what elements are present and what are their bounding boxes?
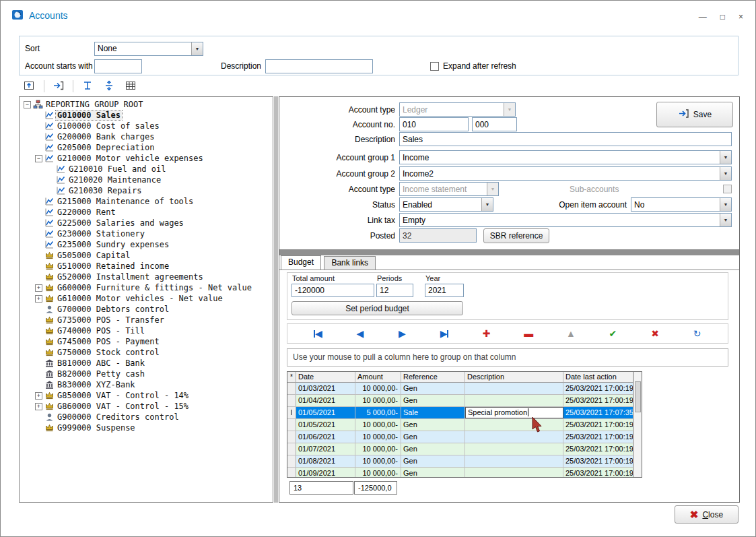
grid-cell-date[interactable]: 01/04/2021 (296, 395, 355, 406)
chevron-down-icon[interactable]: ▼ (720, 167, 731, 180)
grid-cell-description[interactable]: Special promotion (465, 407, 563, 418)
chevron-down-icon[interactable]: ▼ (191, 42, 203, 55)
account-no-input-2[interactable] (472, 117, 517, 131)
grid-cell-reference[interactable]: Gen (401, 419, 465, 431)
sort-dropdown[interactable]: None ▼ (94, 42, 203, 56)
year-input[interactable] (425, 284, 464, 297)
grid-cell-description[interactable] (465, 455, 563, 467)
grid-cell-description[interactable] (465, 431, 563, 443)
description-input[interactable] (399, 132, 732, 146)
grid-row[interactable]: 01/05/202110 000,00-Gen25/03/2021 17:00:… (287, 419, 642, 431)
last-record-button[interactable]: ▶ (434, 327, 454, 340)
grid-cell-date[interactable]: 01/09/2021 (296, 468, 355, 478)
tree-item[interactable]: G210020 Maintenance (20, 175, 273, 185)
grid-cell-amount[interactable]: 5 000,00- (355, 407, 401, 418)
account-group-2-dropdown[interactable]: Income2 ▼ (399, 166, 732, 181)
tree-item[interactable]: G220000 Rent (20, 207, 273, 218)
close-window-button[interactable]: × (738, 12, 743, 22)
grid-cell-reference[interactable]: Gen (401, 455, 465, 467)
grid-cell-description[interactable] (465, 468, 563, 478)
set-period-budget-button[interactable]: Set period budget (291, 301, 463, 315)
refresh-record-button[interactable]: ↻ (687, 327, 708, 340)
grid-cell-amount[interactable]: 10 000,00- (355, 419, 401, 431)
grid-column-header[interactable]: Date (296, 372, 355, 383)
grid-cell-last-action[interactable]: 25/03/2021 17:00:19 (563, 395, 633, 406)
expand-node-icon[interactable]: + (35, 284, 42, 292)
tree-item[interactable]: G100000 Cost of sales (20, 121, 273, 131)
grid-view-button[interactable] (120, 78, 141, 94)
grid-column-header[interactable]: Description (465, 372, 563, 383)
grid-cell-description[interactable] (465, 395, 563, 406)
grid-cell-date[interactable]: 01/06/2021 (296, 431, 355, 443)
tree-item[interactable]: G520000 Installment agreements (20, 272, 273, 282)
collapse-all-button[interactable] (77, 78, 98, 94)
tab-budget[interactable]: Budget (281, 255, 321, 270)
expand-node-icon[interactable]: + (35, 403, 42, 410)
tree-item[interactable]: −G210000 Motor vehicle expenses (20, 153, 273, 164)
grid-column-header[interactable]: Reference (401, 372, 465, 383)
grid-cell-amount[interactable]: 10 000,00- (355, 431, 401, 443)
collapse-node-icon[interactable]: − (35, 155, 42, 162)
expand-after-refresh-checkbox[interactable] (430, 62, 439, 71)
goto-account-button[interactable] (48, 78, 69, 94)
chevron-down-icon[interactable]: ▼ (720, 151, 731, 164)
status-dropdown[interactable]: Enabled ▼ (399, 197, 493, 212)
open-item-account-dropdown[interactable]: No ▼ (631, 197, 732, 212)
grid-cell-amount[interactable]: 10 000,00- (355, 455, 401, 467)
tree-item[interactable]: B820000 Petty cash (20, 369, 273, 379)
grid-cell-last-action[interactable]: 25/03/2021 17:00:19 (563, 419, 633, 431)
grid-cell-last-action[interactable]: 25/03/2021 17:00:19 (563, 431, 633, 443)
tree-item[interactable]: G735000 POS - Transfer (20, 315, 273, 325)
grid-cell-reference[interactable]: Sale (401, 407, 465, 418)
grid-cell-date[interactable]: 01/08/2021 (296, 455, 355, 467)
tree-item[interactable]: G210010 Fuel and oil (20, 164, 273, 175)
tree-item[interactable]: +G610000 Motor vehicles - Net value (20, 293, 273, 304)
expand-node-icon[interactable]: + (35, 295, 42, 303)
grid-cell-date[interactable]: 01/05/2021 (296, 419, 355, 431)
next-record-button[interactable]: ▶ (392, 327, 412, 340)
grid-cell-last-action[interactable]: 25/03/2021 17:00:19 (563, 383, 633, 394)
grid-row[interactable]: 01/08/202110 000,00-Gen25/03/2021 17:00:… (287, 455, 642, 468)
post-record-button[interactable]: ✔ (603, 327, 623, 340)
periods-input[interactable] (376, 284, 413, 297)
grid-scrollbar-thumb[interactable] (635, 381, 641, 412)
tree-item[interactable]: G205000 Depreciation (20, 142, 273, 153)
tree-item[interactable]: G745000 POS - Payment (20, 336, 273, 347)
grid-column-header[interactable]: Date last action (563, 372, 633, 383)
tree-item[interactable]: G900000 Creditors control (20, 412, 273, 422)
grid-cell-last-action[interactable]: 25/03/2021 17:07:35 (563, 407, 633, 418)
grid-cell-description[interactable] (465, 443, 563, 455)
grid-cell-description[interactable] (465, 419, 563, 431)
tree-item[interactable]: B830000 XYZ-Bank (20, 379, 273, 390)
account-starts-with-input[interactable] (94, 59, 142, 73)
grid-row[interactable]: 01/06/202110 000,00-Gen25/03/2021 17:00:… (287, 431, 642, 443)
tree-item[interactable]: B810000 ABC - Bank (20, 358, 273, 369)
edit-record-button[interactable]: ▲ (561, 327, 581, 340)
grid-cell-amount[interactable]: 10 000,00- (355, 395, 401, 406)
account-no-input-1[interactable] (399, 117, 469, 131)
insert-record-button[interactable]: ✚ (477, 327, 497, 340)
grid-scrollbar[interactable] (633, 372, 642, 477)
grid-row[interactable]: 01/04/202110 000,00-Gen25/03/2021 17:00:… (287, 395, 642, 407)
expand-all-button[interactable] (98, 78, 120, 94)
vertical-splitter[interactable] (274, 96, 278, 503)
chevron-down-icon[interactable]: ▼ (720, 198, 731, 211)
grid-cell-amount[interactable]: 10 000,00- (355, 443, 401, 455)
grid-cell-reference[interactable]: Gen (401, 383, 465, 394)
tree-item[interactable]: +G850000 VAT - Control - 14% (20, 390, 273, 401)
tree-item[interactable]: G740000 POS - Till (20, 325, 273, 336)
tree-item[interactable]: G750000 Stock control (20, 347, 273, 358)
tree-item[interactable]: G210030 Repairs (20, 185, 273, 196)
expand-group-button[interactable] (19, 78, 40, 94)
delete-record-button[interactable]: ▬ (518, 327, 539, 340)
prior-record-button[interactable]: ◀ (350, 327, 370, 340)
tree-item[interactable]: G230000 Stationery (20, 228, 273, 239)
first-record-button[interactable]: ◀ (308, 327, 328, 340)
grid-cell-date[interactable]: 01/05/2021 (296, 407, 355, 418)
grid-cell-reference[interactable]: Gen (401, 395, 465, 406)
grid-cell-amount[interactable]: 10 000,00- (355, 468, 401, 478)
grid-cell-date[interactable]: 01/03/2021 (296, 383, 355, 394)
tree-item[interactable]: G215000 Maintenance of tools (20, 196, 273, 207)
grid-row[interactable]: 01/07/202110 000,00-Gen25/03/2021 17:00:… (287, 443, 642, 455)
close-button[interactable]: ✖ Close (675, 505, 738, 524)
